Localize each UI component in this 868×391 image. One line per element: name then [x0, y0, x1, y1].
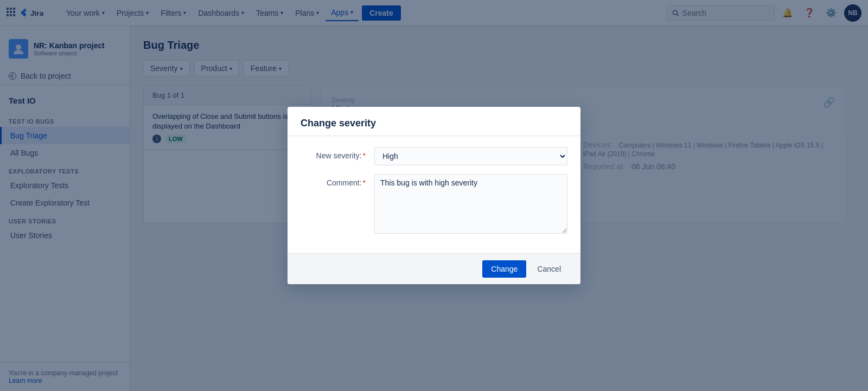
comment-label: Comment: [301, 174, 366, 187]
comment-field-row: Comment: This bug is with high severity [301, 174, 567, 234]
modal-footer: Change Cancel [288, 253, 580, 284]
cancel-button[interactable]: Cancel [531, 260, 567, 278]
severity-select[interactable]: High Low Medium Critical [374, 147, 567, 165]
severity-field-row: New severity: High Low Medium Critical [301, 147, 567, 165]
change-button[interactable]: Change [482, 260, 526, 278]
modal-overlay: Change severity New severity: High Low M… [0, 0, 868, 391]
modal-body: New severity: High Low Medium Critical C… [288, 136, 580, 253]
modal-header: Change severity [288, 107, 580, 136]
comment-textarea[interactable]: This bug is with high severity [374, 174, 567, 234]
change-severity-modal: Change severity New severity: High Low M… [288, 107, 580, 284]
new-severity-label: New severity: [301, 147, 366, 160]
modal-title: Change severity [301, 118, 567, 129]
